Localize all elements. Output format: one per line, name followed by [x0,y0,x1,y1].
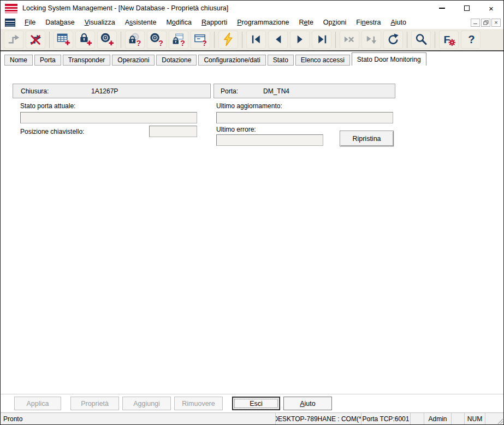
status-bar: Pronto DESKTOP-789HANE : COM(*)Porta TCP… [1,412,503,424]
status-spacer-2 [451,413,464,424]
menu-assistente[interactable]: Assistente [120,17,162,27]
posizione-chiavistello-field[interactable] [149,126,197,137]
refresh-button[interactable] [383,31,403,49]
menu-programmazione[interactable]: Programmazione [232,17,294,27]
svg-text:?: ? [136,39,141,47]
read-lock-network-icon: ? [171,32,186,47]
mdi-restore-button[interactable] [481,19,490,27]
menu-opzioni[interactable]: Opzioni [318,17,351,27]
programming-flash-button[interactable] [218,31,238,49]
svg-text:?: ? [201,39,206,47]
filter-settings-button[interactable]: F [439,31,459,49]
previous-record-icon [271,32,286,47]
read-lock-icon: ? [128,32,143,47]
mdi-minimize-icon [473,23,477,25]
porta-label: Porta: [221,87,263,95]
status-spacer-3 [485,413,495,424]
read-window-icon: ? [193,32,208,47]
title-bar: Locking System Management - [New Databas… [1,1,503,16]
resize-grip-icon [496,417,503,424]
tab-nome[interactable]: Nome [4,55,33,66]
tab-stato[interactable]: Stato [268,55,294,66]
footer-button-row: ApplicaProprietàAggiungiRimuovereEsciAiu… [1,394,503,412]
propriet-button: Proprietà [70,397,119,410]
add-locking-plan-icon [56,32,71,47]
connect-icon [7,32,21,47]
status-user: Admin [424,413,451,424]
minimize-icon [439,8,445,9]
toolbar: ????F? [1,29,503,51]
esci-button[interactable]: Esci [232,397,280,410]
ultimo-errore-field[interactable] [216,134,323,146]
app-logo-icon [5,4,17,13]
read-window-button[interactable]: ? [191,31,210,49]
svg-text:?: ? [468,33,475,45]
menu-rete[interactable]: Rete [294,17,318,27]
ultimo-aggiornamento-label: Ultimo aggiornamento: [216,102,282,110]
svg-text:F: F [443,34,450,45]
add-transponder-button[interactable] [97,31,117,49]
skip-cross-icon [342,32,357,47]
last-record-button[interactable] [312,31,331,49]
stato-porta-field[interactable] [20,112,197,123]
mdi-close-button[interactable]: × [491,19,501,27]
maximize-icon [464,5,470,11]
next-record-icon [293,32,307,47]
tab-dotazione[interactable]: Dotazione [156,55,197,66]
status-spacer-1 [410,413,424,424]
close-button[interactable]: × [479,1,503,16]
stato-porta-label: Stato porta attuale: [20,102,75,110]
menu-visualizza[interactable]: Visualizza [80,17,120,27]
tab-operazioni[interactable]: Operazioni [112,55,155,66]
programming-flash-icon [221,32,236,47]
ultimo-aggiornamento-field[interactable] [216,112,393,123]
porta-box: Porta: DM_TN4 [214,84,395,98]
maximize-button[interactable] [454,1,479,16]
add-locking-plan-button[interactable] [54,31,73,49]
add-lock-button[interactable] [75,31,95,49]
toolbar-separator [335,32,336,48]
svg-text:?: ? [180,39,185,47]
skip-down-button [361,31,381,49]
connect-button [4,31,23,49]
aiuto-button[interactable]: Aiuto [283,397,332,410]
tab-elenco-accessi[interactable]: Elenco accessi [295,55,350,66]
mdi-restore-icon [483,20,489,25]
app-window: Locking System Management - [New Databas… [0,0,504,425]
chiusura-label: Chiusura: [21,87,91,95]
toolbar-separator [121,32,121,48]
mdi-minimize-button[interactable] [471,19,480,27]
mdi-window-controls: × [471,19,501,27]
menu-file[interactable]: File [20,17,40,27]
porta-value: DM_TN4 [263,87,289,95]
window-controls: × [430,1,503,16]
first-record-button[interactable] [246,31,266,49]
search-button[interactable] [411,31,431,49]
next-record-button[interactable] [290,31,310,49]
read-transponder-button[interactable]: ? [147,31,167,49]
menu-rapporti[interactable]: Rapporti [197,17,232,27]
toolbar-separator [214,32,215,48]
menu-database[interactable]: Database [40,17,80,27]
skip-cross-button [340,31,359,49]
minimize-button[interactable] [430,1,454,16]
previous-record-button[interactable] [268,31,288,49]
document-system-icon [5,19,15,27]
menu-modifica[interactable]: Modifica [161,17,197,27]
help-button[interactable]: ? [461,31,481,49]
resize-grip[interactable] [495,413,503,424]
toolbar-separator [242,32,242,48]
read-lock-network-button[interactable]: ? [169,31,188,49]
rimuovere-button: Rimuovere [174,397,223,410]
tab-stato-door-monitoring[interactable]: Stato Door Monitoring [352,52,426,66]
disconnect-button[interactable] [26,31,45,49]
toolbar-separator [435,32,435,48]
disconnect-icon [28,32,43,47]
tab-porta[interactable]: Porta [34,55,61,66]
tab-transponder[interactable]: Transponder [63,55,111,66]
tab-configurazione-dati[interactable]: Configurazione/dati [198,55,265,66]
read-lock-button[interactable]: ? [125,31,145,49]
ripristina-button[interactable]: Ripristina [340,131,394,146]
menu-finestra[interactable]: Finestra [351,17,386,27]
menu-aiuto[interactable]: Aiuto [386,17,411,27]
